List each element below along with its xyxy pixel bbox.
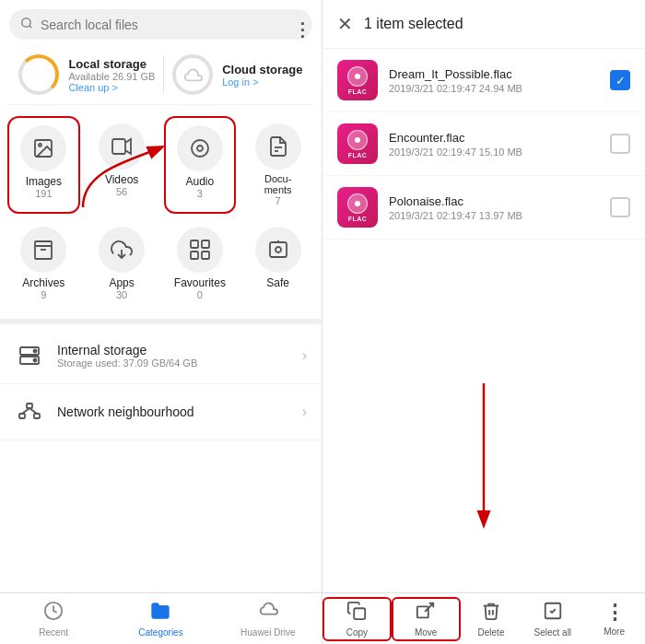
select-all-action[interactable]: Select all: [522, 597, 583, 641]
categories-icon: [150, 601, 170, 626]
right-bottom-actions: Copy Move Delete Select all ⋮ More: [322, 592, 645, 644]
move-label: Move: [415, 627, 437, 638]
documents-count: 7: [276, 195, 281, 206]
svg-rect-24: [27, 404, 32, 408]
favourites-label: Favourites: [174, 276, 226, 289]
internal-chevron-icon: ›: [302, 347, 307, 364]
svg-point-22: [34, 359, 37, 362]
search-input[interactable]: [41, 18, 301, 32]
favourites-icon-wrap: [177, 227, 223, 273]
delete-icon: [481, 601, 501, 626]
delete-action[interactable]: Delete: [461, 597, 522, 641]
file-meta-3: 2019/3/21 02:19:47 13.97 MB: [389, 210, 599, 221]
search-bar[interactable]: [9, 9, 312, 40]
apps-count: 30: [116, 289, 127, 300]
svg-rect-9: [35, 241, 52, 246]
move-action[interactable]: Move: [392, 597, 461, 641]
svg-rect-12: [191, 240, 198, 248]
local-storage-title: Local storage: [68, 57, 155, 71]
flac-icon-1: FLAC: [337, 60, 378, 100]
checkbox-2[interactable]: [610, 134, 630, 154]
search-icon: [20, 17, 33, 32]
local-storage-ring: [18, 54, 59, 95]
category-safe[interactable]: Safe: [241, 219, 314, 308]
category-documents[interactable]: Docu-ments 7: [241, 116, 314, 214]
archives-icon-wrap: [20, 227, 66, 273]
svg-line-27: [29, 408, 37, 414]
more-icon: ⋮: [604, 601, 625, 625]
file-item-3[interactable]: FLAC Polonaise.flac 2019/3/21 02:19:47 1…: [322, 176, 645, 240]
svg-line-26: [22, 408, 29, 414]
file-info-3: Polonaise.flac 2019/3/21 02:19:47 13.97 …: [389, 194, 599, 221]
category-images[interactable]: Images 191: [7, 116, 80, 214]
file-name-3: Polonaise.flac: [389, 194, 599, 208]
storage-row: Local storage Available 26.91 GB Clean u…: [0, 45, 322, 104]
bottom-nav: Recent Categories Huawei Drive: [0, 592, 322, 644]
category-archives[interactable]: Archives 9: [7, 219, 80, 308]
images-label: Images: [26, 175, 62, 188]
internal-storage-icon: [15, 341, 44, 370]
cloud-storage-item[interactable]: Cloud storage Log in >: [172, 54, 302, 95]
images-count: 191: [35, 188, 52, 199]
nav-item-recent[interactable]: Recent: [0, 601, 107, 638]
more-label: More: [604, 626, 625, 637]
local-storage-item[interactable]: Local storage Available 26.91 GB Clean u…: [18, 54, 155, 95]
internal-storage-item[interactable]: Internal storage Storage used: 37.09 GB/…: [0, 328, 322, 384]
cloud-storage-title: Cloud storage: [222, 63, 302, 76]
svg-point-17: [276, 247, 281, 252]
images-icon-wrap: [20, 125, 66, 171]
archives-label: Archives: [22, 276, 64, 289]
categories-grid: Images 191 Videos 56 Audio 3 Docu-ments …: [0, 105, 322, 315]
audio-icon-wrap: [177, 125, 223, 171]
svg-rect-30: [355, 608, 366, 619]
local-storage-sub: Available 26.91 GB Clean up >: [68, 71, 155, 93]
videos-label: Videos: [105, 173, 138, 186]
svg-point-6: [197, 146, 203, 151]
svg-point-21: [34, 350, 37, 353]
flac-icon-2: FLAC: [337, 123, 378, 164]
file-name-2: Encounter.flac: [389, 131, 599, 145]
cloud-storage-sub: Log in >: [222, 76, 302, 88]
svg-point-5: [192, 140, 208, 157]
svg-rect-16: [270, 242, 287, 257]
more-action[interactable]: ⋮ More: [583, 597, 645, 640]
apps-icon-wrap: [99, 227, 145, 273]
checkbox-3[interactable]: [610, 197, 630, 217]
videos-count: 56: [116, 186, 127, 197]
category-videos[interactable]: Videos 56: [86, 116, 158, 214]
file-info-2: Encounter.flac 2019/3/21 02:19:47 15.10 …: [389, 131, 599, 158]
file-list: FLAC Dream_It_Possible.flac 2019/3/21 02…: [322, 49, 645, 321]
videos-icon-wrap: [99, 123, 145, 170]
documents-label: Docu-ments: [264, 173, 292, 195]
network-storage-item[interactable]: Network neighbourhood ›: [0, 384, 322, 440]
archives-count: 9: [41, 289, 46, 300]
file-item-2[interactable]: FLAC Encounter.flac 2019/3/21 02:19:47 1…: [322, 112, 645, 176]
internal-storage-sub: Storage used: 37.09 GB/64 GB: [57, 357, 289, 369]
category-audio[interactable]: Audio 3: [164, 116, 237, 214]
checkbox-1[interactable]: [610, 70, 630, 90]
safe-label: Safe: [266, 276, 289, 289]
right-header: ✕ 1 item selected: [322, 0, 645, 49]
internal-storage-title: Internal storage: [57, 343, 289, 357]
close-button[interactable]: ✕: [337, 13, 353, 35]
categories-label: Categories: [138, 627, 182, 638]
copy-action[interactable]: Copy: [322, 597, 392, 641]
svg-point-3: [39, 144, 41, 146]
more-options-button[interactable]: ⋮: [293, 18, 312, 41]
audio-label: Audio: [186, 175, 215, 188]
svg-rect-14: [191, 252, 198, 259]
select-all-label: Select all: [534, 627, 572, 638]
nav-item-huawei-drive[interactable]: Huawei Drive: [215, 601, 322, 638]
svg-rect-15: [202, 252, 209, 259]
category-apps[interactable]: Apps 30: [86, 219, 158, 308]
file-meta-1: 2019/3/21 02:19:47 24.94 MB: [389, 83, 599, 94]
category-favourites[interactable]: Favourites 0: [164, 219, 237, 308]
nav-item-categories[interactable]: Categories: [107, 601, 214, 638]
audio-count: 3: [197, 188, 203, 199]
favourites-count: 0: [197, 289, 203, 300]
recent-label: Recent: [39, 627, 68, 638]
copy-label: Copy: [346, 627, 368, 638]
file-item-1[interactable]: FLAC Dream_It_Possible.flac 2019/3/21 02…: [322, 49, 645, 112]
huawei-drive-icon: [258, 601, 278, 626]
svg-rect-23: [19, 414, 25, 418]
